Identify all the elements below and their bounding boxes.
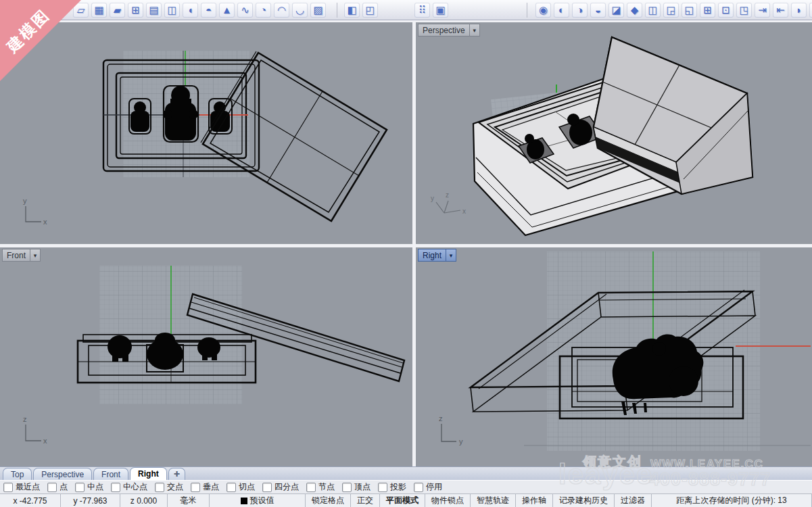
viewport-menu-arrow-icon[interactable]: ▾ [469, 24, 479, 36]
merge-faces-icon[interactable]: ◫ [645, 3, 661, 18]
status-pane-锁定格点[interactable]: 锁定格点 [306, 494, 351, 507]
pipe-icon[interactable]: ∿ [237, 3, 253, 18]
axis-label-z: z [446, 191, 449, 199]
osnap-item-8[interactable]: 四分点 [262, 481, 299, 493]
axis-icon: y z x [431, 191, 466, 215]
osnap-item-6[interactable]: 垂点 [191, 481, 219, 493]
toolbar-group-3: ⠿▣ [414, 3, 451, 18]
osnap-item-1[interactable]: 最近点 [3, 481, 40, 493]
toolbar-group-4: ◉◐◑◒◪◆◫◲◱⊞⊡◳⇥⇤◗⊠ [527, 3, 812, 18]
viewport-menu-arrow-icon[interactable]: ▾ [446, 249, 456, 261]
viewport-tab-front[interactable]: Front [93, 468, 128, 480]
osnap-checkbox[interactable] [414, 483, 423, 492]
cap-holes-icon[interactable]: ◱ [682, 3, 697, 18]
heightfield-icon[interactable]: ▨ [310, 3, 326, 18]
patch-surface-icon[interactable]: ▰ [110, 3, 125, 18]
current-layer-pane[interactable]: 预设值 [210, 494, 306, 507]
viewport-label-front[interactable]: Front ▾ [2, 249, 41, 262]
osnap-checkbox[interactable] [378, 483, 387, 492]
status-pane-平面模式[interactable]: 平面模式 [380, 494, 425, 507]
unroll-surface-icon[interactable]: ◲ [663, 3, 679, 18]
viewport-tab-strip-row: TopPerspectiveFrontRight✚ [0, 466, 812, 480]
extrude-face-icon[interactable]: ⇤ [773, 3, 788, 18]
osnap-item-9[interactable]: 节点 [306, 481, 335, 493]
cylinder-icon[interactable]: ◫ [164, 3, 180, 18]
boolean-difference-icon[interactable]: ◐ [554, 3, 569, 18]
properties-panel-icon[interactable]: ▣ [433, 3, 448, 18]
axis-label-y: y [459, 437, 463, 445]
viewport-label-text: Right [419, 251, 446, 260]
viewport-layout-icon[interactable]: ◰ [362, 3, 378, 18]
osnap-bar-items: 最近点点中点中心点交点垂点切点四分点节点顶点投影停用 [3, 481, 450, 493]
osnap-item-5[interactable]: 交点 [155, 481, 183, 493]
shaded-box-icon[interactable]: ◧ [344, 3, 360, 18]
offset-surface-icon[interactable]: ⊞ [128, 3, 143, 18]
osnap-label: 垂点 [203, 481, 219, 493]
status-pane-正交[interactable]: 正交 [351, 494, 380, 507]
viewport-menu-arrow-icon[interactable]: ▾ [30, 249, 40, 261]
viewport-label-right[interactable]: Right ▾ [418, 249, 456, 262]
edit-solid-points-icon[interactable]: ⊠ [809, 3, 812, 18]
osnap-checkbox[interactable] [262, 483, 272, 492]
axis-label-x: x [43, 218, 47, 226]
units-pane[interactable]: 毫米 [168, 494, 210, 507]
osnap-checkbox[interactable] [111, 483, 120, 492]
osnap-item-10[interactable]: 顶点 [342, 481, 371, 493]
cone-icon[interactable]: ▲ [219, 3, 235, 18]
solid-polygon-icon[interactable]: ◆ [627, 3, 642, 18]
boolean-union-icon[interactable]: ◉ [535, 3, 551, 18]
status-pane-智慧轨迹[interactable]: 智慧轨迹 [471, 494, 516, 507]
status-pane-物件锁点[interactable]: 物件锁点 [425, 494, 471, 507]
viewport-perspective[interactable]: y z x Perspective ▾ [416, 22, 812, 244]
osnap-bar: 最近点点中点中心点交点垂点切点四分点节点顶点投影停用 [0, 480, 812, 494]
axis-label-x: x [462, 208, 466, 215]
viewport-tab-perspective[interactable]: Perspective [33, 468, 92, 480]
status-pane-记录建构历史[interactable]: 记录建构历史 [553, 494, 615, 507]
osnap-checkbox[interactable] [226, 483, 236, 492]
solid-box-icon[interactable]: ⊞ [700, 3, 715, 18]
boolean-intersection-icon[interactable]: ◑ [572, 3, 588, 18]
viewport-label-perspective[interactable]: Perspective ▾ [418, 24, 480, 37]
layer-color-swatch [241, 498, 247, 504]
viewport-front[interactable]: z x Front ▾ [0, 247, 412, 466]
blend-surface-icon[interactable]: ◠ [274, 3, 289, 18]
rail-revolve-icon[interactable]: ◔ [256, 3, 271, 18]
viewport-right[interactable]: z y Right ▾ [416, 247, 812, 466]
osnap-item-2[interactable]: 点 [47, 481, 68, 493]
perspective-view-drawing: y z x [416, 22, 812, 244]
osnap-checkbox[interactable] [75, 483, 85, 492]
shell-solid-icon[interactable]: ◳ [736, 3, 752, 18]
osnap-checkbox[interactable] [306, 483, 316, 492]
osnap-item-11[interactable]: 投影 [378, 481, 406, 493]
viewport-top[interactable]: y x [0, 22, 412, 244]
osnap-checkbox[interactable] [342, 483, 352, 492]
viewport-tab-top[interactable]: Top [3, 468, 32, 480]
surface-control-points-icon[interactable]: ▦ [91, 3, 107, 18]
axis-icon: z y [439, 414, 463, 445]
osnap-checkbox[interactable] [3, 483, 13, 492]
osnap-item-4[interactable]: 中心点 [111, 481, 147, 493]
drape-icon[interactable]: ◡ [292, 3, 308, 18]
dome-icon[interactable]: ◓ [201, 3, 216, 18]
viewport-tab-right[interactable]: Right [130, 467, 167, 480]
osnap-checkbox[interactable] [47, 483, 57, 492]
osnap-item-7[interactable]: 切点 [226, 481, 255, 493]
status-pane-过滤器[interactable]: 过滤器 [615, 494, 652, 507]
new-viewport-tab-button[interactable]: ✚ [168, 468, 185, 480]
status-pane-操作轴[interactable]: 操作轴 [516, 494, 553, 507]
solid-cube-icon[interactable]: ⊡ [718, 3, 734, 18]
layer-list-icon[interactable]: ⠿ [414, 3, 430, 18]
osnap-item-12[interactable]: 停用 [414, 481, 442, 493]
osnap-checkbox[interactable] [155, 483, 164, 492]
move-face-icon[interactable]: ⇥ [755, 3, 770, 18]
axis-label-z: z [439, 414, 443, 422]
extract-surface-icon[interactable]: ◪ [608, 3, 624, 18]
front-view-drawing: z x [0, 247, 412, 466]
axis-icon: z x [23, 415, 47, 445]
extrude-curve-icon[interactable]: ◖ [183, 3, 198, 18]
osnap-checkbox[interactable] [191, 483, 200, 492]
osnap-item-3[interactable]: 中点 [75, 481, 103, 493]
fillet-edge-icon[interactable]: ◗ [791, 3, 807, 18]
boolean-split-icon[interactable]: ◒ [590, 3, 606, 18]
picture-frame-icon[interactable]: ▤ [146, 3, 162, 18]
